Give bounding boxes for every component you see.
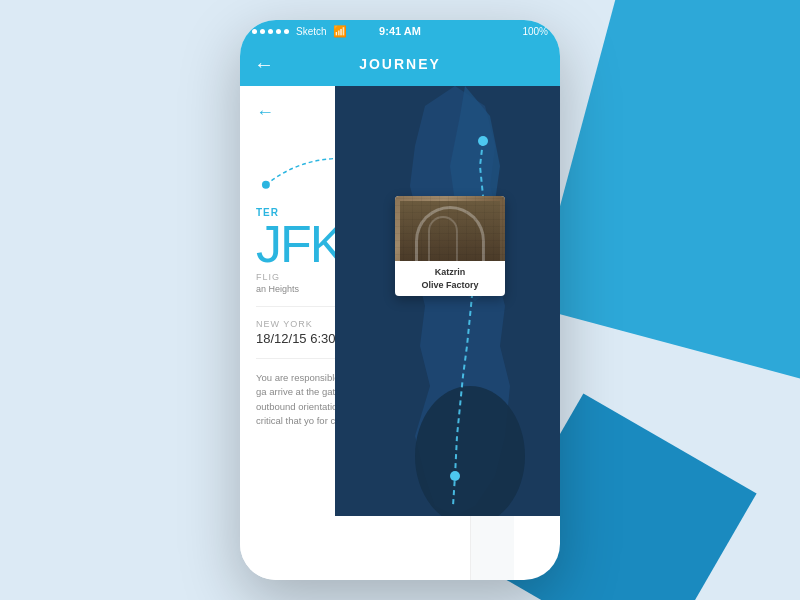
popup-line1: Katzrin (403, 266, 497, 279)
map-overlay: Katzrin Olive Factory (335, 86, 560, 516)
popup-line2: Olive Factory (403, 279, 497, 292)
map-svg (335, 86, 560, 516)
svg-point-4 (450, 471, 460, 481)
signal-dot-2 (260, 29, 265, 34)
bg-triangle-right (533, 0, 800, 379)
status-bar: Sketch 📶 9:41 AM 100% (240, 20, 560, 42)
popup-image (395, 196, 505, 261)
signal-dot-3 (268, 29, 273, 34)
popup-text: Katzrin Olive Factory (395, 261, 505, 296)
location-popup: Katzrin Olive Factory (395, 196, 505, 296)
phone-frame: Sketch 📶 9:41 AM 100% ← JOURNEY ← TER JF… (240, 20, 560, 580)
status-time: 9:41 AM (379, 25, 421, 37)
signal-dot-5 (284, 29, 289, 34)
nav-bar: ← JOURNEY (240, 42, 560, 86)
wifi-icon: 📶 (333, 25, 347, 38)
nav-back-button[interactable]: ← (254, 53, 274, 76)
svg-point-0 (262, 181, 270, 189)
status-left: Sketch 📶 (252, 25, 347, 38)
signal-dot-1 (252, 29, 257, 34)
svg-point-3 (478, 136, 488, 146)
nav-title: JOURNEY (359, 56, 441, 72)
status-right: 100% (522, 26, 548, 37)
signal-dot-4 (276, 29, 281, 34)
network-name: Sketch (296, 26, 327, 37)
battery-label: 100% (522, 26, 548, 37)
